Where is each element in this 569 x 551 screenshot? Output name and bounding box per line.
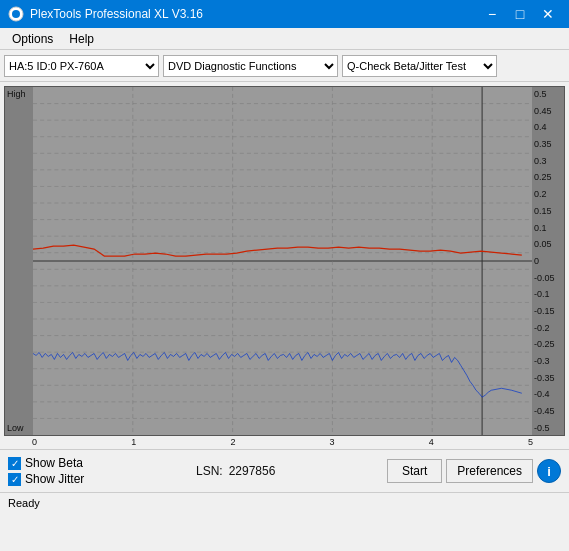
preferences-button[interactable]: Preferences — [446, 459, 533, 483]
menu-help[interactable]: Help — [61, 30, 102, 48]
minimize-button[interactable]: − — [479, 4, 505, 24]
lsn-label: LSN: — [196, 464, 223, 478]
app-icon — [8, 6, 24, 22]
test-select[interactable]: Q-Check Beta/Jitter Test — [342, 55, 497, 77]
x-label-0: 0 — [32, 437, 37, 447]
drive-select[interactable]: HA:5 ID:0 PX-760A — [4, 55, 159, 77]
x-label-4: 4 — [429, 437, 434, 447]
x-label-2: 2 — [230, 437, 235, 447]
x-label-5: 5 — [528, 437, 533, 447]
jitter-checkbox-row: ✓ Show Jitter — [8, 472, 84, 486]
checkboxes: ✓ Show Beta ✓ Show Jitter — [8, 456, 84, 486]
start-button[interactable]: Start — [387, 459, 442, 483]
title-bar-controls: − □ ✕ — [479, 4, 561, 24]
high-label: High — [7, 89, 26, 99]
svg-point-1 — [12, 10, 20, 18]
function-select[interactable]: DVD Diagnostic Functions — [163, 55, 338, 77]
app-title: PlexTools Professional XL V3.16 — [30, 7, 203, 21]
menu-options[interactable]: Options — [4, 30, 61, 48]
bottom-panel: ✓ Show Beta ✓ Show Jitter LSN: 2297856 S… — [0, 449, 569, 492]
info-button[interactable]: i — [537, 459, 561, 483]
x-label-3: 3 — [330, 437, 335, 447]
jitter-label: Show Jitter — [25, 472, 84, 486]
jitter-checkbox[interactable]: ✓ — [8, 473, 21, 486]
toolbar: HA:5 ID:0 PX-760A DVD Diagnostic Functio… — [0, 50, 569, 82]
right-buttons: Start Preferences i — [387, 459, 561, 483]
beta-label: Show Beta — [25, 456, 83, 470]
x-label-1: 1 — [131, 437, 136, 447]
title-bar-left: PlexTools Professional XL V3.16 — [8, 6, 203, 22]
beta-checkbox[interactable]: ✓ — [8, 457, 21, 470]
status-bar: Ready — [0, 492, 569, 512]
status-text: Ready — [8, 497, 40, 509]
lsn-area: LSN: 2297856 — [196, 464, 275, 478]
chart-svg — [33, 87, 532, 435]
lsn-value: 2297856 — [229, 464, 276, 478]
title-bar: PlexTools Professional XL V3.16 − □ ✕ — [0, 0, 569, 28]
close-button[interactable]: ✕ — [535, 4, 561, 24]
maximize-button[interactable]: □ — [507, 4, 533, 24]
y-axis-right: 0.5 0.45 0.4 0.35 0.3 0.25 0.2 0.15 0.1 … — [532, 87, 564, 435]
beta-checkbox-row: ✓ Show Beta — [8, 456, 84, 470]
menu-bar: Options Help — [0, 28, 569, 50]
low-label: Low — [7, 423, 24, 433]
chart-plot — [33, 87, 532, 435]
chart-area: High Low 0.5 0.45 0.4 0.35 0.3 0.25 0.2 … — [4, 86, 565, 436]
x-axis: 0 1 2 3 4 5 — [4, 436, 565, 447]
